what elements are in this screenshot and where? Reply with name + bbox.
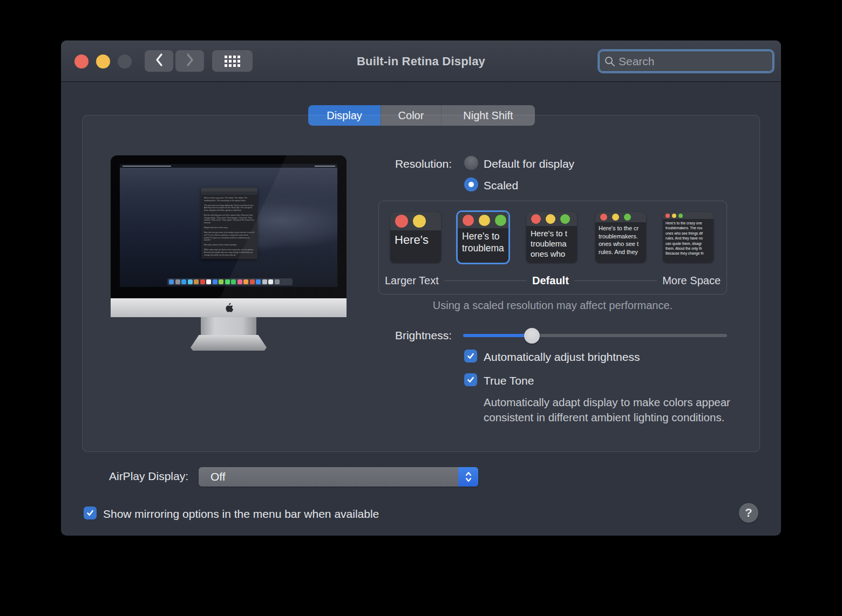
mini-window-text: Here's <box>390 230 441 247</box>
divider-line <box>444 280 527 281</box>
more-space-label: More Space <box>662 275 721 287</box>
window-title: Built-in Retina Display <box>223 40 619 82</box>
desktop-background: Built-in Retina Display Display Color Ni… <box>0 0 842 616</box>
auto-brightness-label: Automatically adjust brightness <box>484 351 640 364</box>
search-field[interactable] <box>597 49 775 73</box>
checkmark-icon <box>466 352 475 360</box>
preview-document-text: Here's to the crazy ones. The misfits. T… <box>201 195 257 257</box>
auto-brightness-checkbox[interactable] <box>464 350 477 362</box>
search-icon <box>604 56 616 67</box>
search-input[interactable] <box>619 55 768 68</box>
mini-window-text: Here's to the crazy one troublemakers. T… <box>663 219 714 256</box>
mini-window-titlebar <box>663 212 714 219</box>
zoom-button[interactable] <box>118 54 132 69</box>
titlebar: Built-in Retina Display <box>61 40 781 82</box>
true-tone-checkbox[interactable] <box>464 373 477 386</box>
forward-button[interactable] <box>175 50 204 72</box>
larger-text-label: Larger Text <box>385 275 439 287</box>
brightness-fill <box>463 334 532 337</box>
mini-window-titlebar <box>458 212 508 228</box>
close-button[interactable] <box>74 54 89 69</box>
resolution-option-larger-text[interactable]: Here's <box>390 212 441 263</box>
question-mark-icon: ? <box>745 506 752 520</box>
divider-line <box>574 280 657 281</box>
system-preferences-window: Built-in Retina Display Display Color Ni… <box>61 40 781 536</box>
imac-stand-neck <box>201 317 256 335</box>
resolution-option-more-space[interactable]: Here's to the crazy one troublemakers. T… <box>663 212 714 263</box>
scale-labels-row: Larger Text Default More Space <box>385 273 721 288</box>
resolution-option-2-selected[interactable]: Here's to troublema <box>458 212 508 263</box>
preview-textedit-window: Here's to the crazy ones. The misfits. T… <box>201 188 257 259</box>
apple-logo-icon <box>223 301 235 315</box>
resolution-label: Resolution: <box>341 158 452 170</box>
mini-window-text: Here's to the cr troublemakers. ones who… <box>595 222 646 256</box>
brightness-knob[interactable] <box>524 328 540 344</box>
airplay-dropdown[interactable]: Off <box>199 467 478 487</box>
mini-window-titlebar <box>390 212 441 230</box>
airplay-value: Off <box>210 470 226 483</box>
resolution-option-4[interactable]: Here's to the cr troublemakers. ones who… <box>595 212 646 263</box>
resolution-option-default[interactable]: Here's to t troublema ones who <box>526 212 577 263</box>
checkmark-icon <box>86 509 94 517</box>
dropdown-stepper-icon <box>458 467 478 487</box>
checkmark-icon <box>466 375 475 384</box>
scaled-performance-caption: Using a scaled resolution may affect per… <box>378 299 727 312</box>
mini-window-titlebar <box>526 212 577 226</box>
airplay-label: AirPlay Display: <box>83 470 188 483</box>
true-tone-label: True Tone <box>484 374 534 387</box>
imac-stand-base <box>191 335 267 351</box>
true-tone-description: Automatically adapt display to make colo… <box>484 395 735 425</box>
mini-window-text: Here's to t troublema ones who <box>526 226 577 259</box>
radio-scaled-label: Scaled <box>484 179 518 192</box>
chevron-left-icon <box>153 52 165 70</box>
preview-menu-bar <box>120 164 337 168</box>
preview-dock <box>167 278 293 285</box>
imac-chin <box>111 298 347 317</box>
show-mirroring-label: Show mirroring options in the menu bar w… <box>103 508 379 521</box>
minimize-button[interactable] <box>96 54 110 69</box>
chevron-right-icon <box>184 52 196 70</box>
display-preview: Here's to the crazy ones. The misfits. T… <box>111 155 347 352</box>
radio-default-label: Default for display <box>484 158 574 170</box>
mini-window-text: Here's to troublema <box>458 228 508 254</box>
mini-window-titlebar <box>595 212 646 222</box>
imac-bezel: Here's to the crazy ones. The misfits. T… <box>111 155 347 298</box>
brightness-label: Brightness: <box>351 329 452 342</box>
radio-default-for-display[interactable] <box>464 156 478 170</box>
radio-scaled[interactable] <box>464 177 478 191</box>
brightness-slider[interactable] <box>463 328 727 343</box>
help-button[interactable]: ? <box>739 503 758 523</box>
imac-screen-wallpaper: Here's to the crazy ones. The misfits. T… <box>120 164 337 287</box>
back-button[interactable] <box>145 50 173 72</box>
show-mirroring-checkbox[interactable] <box>84 507 97 519</box>
default-label: Default <box>532 275 569 287</box>
